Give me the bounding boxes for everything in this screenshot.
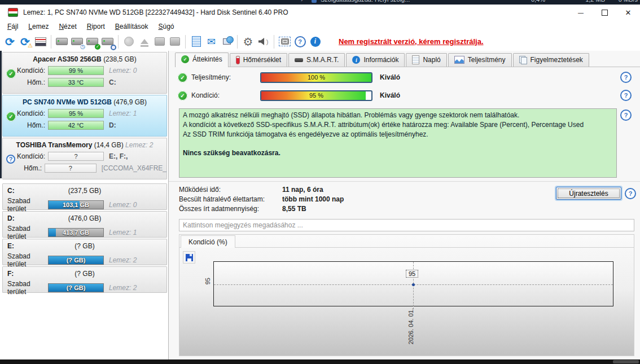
disk-search-icon[interactable] <box>100 34 115 49</box>
disk-hardware2-icon[interactable] <box>167 34 182 49</box>
pages-icon <box>519 56 527 64</box>
maximize-button[interactable] <box>593 5 616 20</box>
network-icon[interactable] <box>219 34 234 49</box>
save-chart-button[interactable] <box>183 251 195 264</box>
refresh-warning-icon[interactable]: ⟳⚠ <box>17 34 33 49</box>
register-link[interactable]: Nem regisztrált verzió, kérem regisztrál… <box>339 37 484 46</box>
partition-panel-c[interactable]: C:(237,5 GB) Szabad terület103,1 GBLemez… <box>2 183 167 210</box>
free-space-bar: (? GB) <box>48 283 104 292</box>
toolbar: ⟳ ⟳⚠ ◷ ✓ ✉ ⚙ ) ? i Nem regisztrált verzi… <box>0 32 640 51</box>
stat-value: 11 nap, 6 óra <box>282 186 323 194</box>
disk-detect-icon[interactable] <box>54 34 69 49</box>
disk-hardware-icon[interactable] <box>152 34 167 49</box>
disk-number: Lemez: 2 <box>125 141 153 149</box>
disk-sidebar: Apacer AS350 256GB (238,5 GB) ✓ Kondíció… <box>0 51 169 359</box>
menu-help[interactable]: Súgó <box>153 21 179 32</box>
disk-number: Lemez: 2 <box>109 284 137 292</box>
health-unknown-icon: ? <box>6 155 15 164</box>
menu-file[interactable]: Fájl <box>2 21 23 32</box>
partition-size: (476,0 GB) <box>68 214 102 222</box>
titlebar[interactable]: Lemez: 1, PC SN740 NVMe WD 512GB [222327… <box>0 5 640 20</box>
performance-rating: Kiváló <box>380 73 400 81</box>
notepad-icon[interactable] <box>189 34 204 49</box>
menu-view[interactable]: Nézet <box>54 21 81 32</box>
menu-settings[interactable]: Beállítások <box>110 21 154 32</box>
report-icon[interactable] <box>33 34 48 49</box>
action-advice: Nincs szükség beavatkozásra. <box>183 148 613 158</box>
tab-smart[interactable]: S.M.A.R.T. <box>288 53 345 67</box>
free-space-label: Szabad terület <box>3 280 48 296</box>
disk-size: (238,5 GB) <box>103 55 137 63</box>
help-icon[interactable]: ? <box>620 90 632 101</box>
temperature-label: Hőm.: <box>3 78 48 86</box>
condition-bar: 99 % <box>48 66 104 75</box>
disk-usage-value: 0 MB/s <box>606 0 638 3</box>
tab-alerts[interactable]: Figyelmeztetések <box>513 53 589 67</box>
info-icon[interactable]: i <box>308 34 323 49</box>
health-ok-icon: ✓ <box>6 69 16 78</box>
disk-panel-toshiba[interactable]: TOSHIBA TransMemory (14,4 GB) Lemez: 2 ?… <box>2 138 167 179</box>
chart-tab-condition[interactable]: Kondíció (%) <box>181 235 235 248</box>
stat-label: Összes írt adatmennyiség: <box>179 205 282 213</box>
temperature-bar: ? <box>45 164 96 173</box>
overview-content: ✓Áttekintés Hőmérséklet S.M.A.R.T. iInfo… <box>169 51 640 359</box>
refresh-icon[interactable]: ⟳ <box>2 34 17 49</box>
disk-size: (476,9 GB) <box>113 98 147 106</box>
settings-gear-icon[interactable]: ⚙ <box>240 34 256 49</box>
close-button[interactable] <box>616 5 640 20</box>
health-ok-icon: ✓ <box>178 91 187 100</box>
help-icon[interactable]: ? <box>620 72 632 83</box>
free-space-bar: (? GB) <box>48 256 104 265</box>
free-space-bar: 103,1 GB <box>48 200 104 209</box>
disk-number: Lemez: 1 <box>109 229 137 236</box>
disk-panel-apacer[interactable]: Apacer AS350 256GB (238,5 GB) ✓ Kondíció… <box>2 52 167 94</box>
tab-log[interactable]: Napló <box>406 53 446 67</box>
disk-number: Lemez: 2 <box>109 256 137 264</box>
condition-label: Kondíció: <box>191 91 260 99</box>
y-axis-tick: 95 <box>204 278 211 284</box>
disk-check-icon[interactable]: ✓ <box>85 34 100 49</box>
mail-icon[interactable]: ✉ <box>204 34 219 49</box>
speaker-icon[interactable]: ) <box>256 34 271 49</box>
disk-clock-icon[interactable]: ◷ <box>69 34 85 49</box>
section-divider <box>169 181 640 182</box>
chart-icon <box>454 56 464 64</box>
disk-icon <box>295 58 303 62</box>
help-icon[interactable]: ? <box>620 109 632 121</box>
eject-icon[interactable] <box>137 34 152 49</box>
app-logo-icon <box>8 8 18 17</box>
screenshot-camera-icon[interactable] <box>277 34 292 49</box>
temperature-label: Hőm.: <box>3 121 48 129</box>
menu-disk[interactable]: Lemez <box>23 21 54 32</box>
taskbar-strip <box>0 359 640 364</box>
disk-panel-sn740-selected[interactable]: PC SN740 NVMe WD 512GB (476,9 GB) ✓ Kond… <box>2 95 167 137</box>
tab-overview[interactable]: ✓Áttekintés <box>175 52 229 67</box>
menu-report[interactable]: Riport <box>82 21 110 32</box>
health-ok-icon: ✓ <box>6 112 16 121</box>
drive-letters: D: <box>109 121 116 129</box>
partition-panel-d[interactable]: D:(476,0 GB) Szabad terület413,7 GBLemez… <box>2 211 167 238</box>
partition-panel-f[interactable]: F:(? GB) Szabad terület(? GB)Lemez: 2 <box>2 266 167 293</box>
performance-label: Teljesítmény: <box>191 73 260 81</box>
help-icon[interactable]: ? <box>625 188 636 199</box>
toolbar-separator <box>274 35 274 49</box>
tab-information[interactable]: iInformációk <box>346 53 405 67</box>
chart-divider <box>179 247 634 248</box>
free-space-label: Szabad terület <box>3 252 48 268</box>
retest-button[interactable]: Újratesztelés <box>556 187 621 200</box>
disk-name: Apacer AS350 256GB <box>33 55 102 63</box>
toolbar-separator <box>51 35 51 49</box>
comment-input[interactable] <box>179 219 634 231</box>
partition-panel-e[interactable]: E:(? GB) Szabad terület(? GB)Lemez: 2 <box>2 239 167 265</box>
minimize-button[interactable] <box>569 5 593 20</box>
lifetime-stats: Működési idő:11 nap, 6 óra Becsült hátra… <box>179 185 344 213</box>
condition-meter: 95 % <box>260 90 372 101</box>
disk-name: TOSHIBA TransMemory <box>16 141 93 149</box>
tab-performance[interactable]: Teljesítmény <box>448 53 512 67</box>
help-icon[interactable]: ? <box>292 34 308 49</box>
disk-globe-icon[interactable] <box>121 34 137 49</box>
drive-letters: E:, F:, <box>109 152 128 160</box>
tab-temperature[interactable]: Hőmérséklet <box>230 53 287 67</box>
toolbar-separator <box>118 35 119 49</box>
disk-number: Lemez: 1 <box>109 109 137 117</box>
